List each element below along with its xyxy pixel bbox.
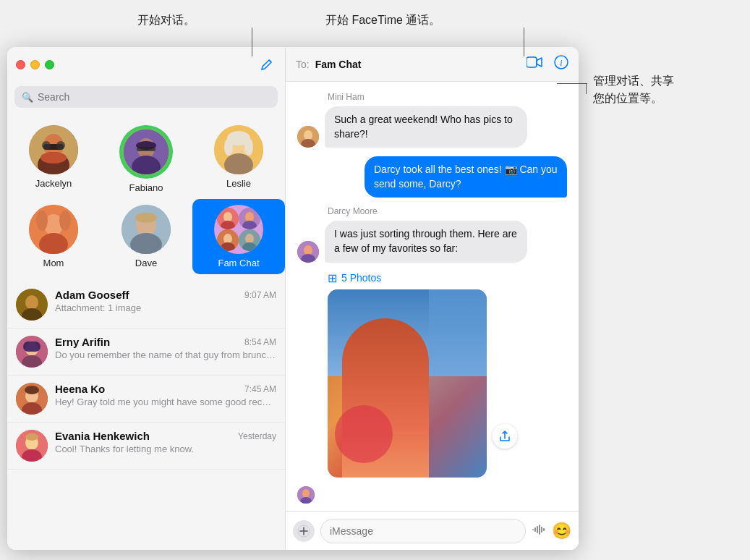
svg-rect-44 [23, 341, 41, 352]
mom-avatar-img [29, 205, 78, 254]
traffic-lights [16, 60, 54, 69]
contact-pin-dave[interactable]: Dave [100, 199, 192, 274]
apps-icon [297, 525, 310, 538]
conversation-list: Adam Gooseff 9:07 AM Attachment: 1 image [7, 281, 285, 550]
conv-name-adam: Adam Gooseff [55, 289, 129, 301]
facetime-button[interactable] [527, 56, 542, 72]
chat-header-name: Fam Chat [315, 59, 521, 70]
leslie-avatar-img [214, 125, 263, 174]
search-bar[interactable]: 🔍 [14, 86, 278, 108]
message-input[interactable] [320, 519, 526, 543]
evania-avatar-img [16, 430, 48, 462]
svg-point-31 [245, 212, 254, 222]
contact-label-fabiano: Fabiano [129, 182, 163, 193]
messages-area: Mini Ham Such a great weekend! Who has p… [286, 82, 579, 511]
conv-header-heena: Heena Ko 7:45 AM [55, 383, 276, 395]
minimize-button[interactable] [30, 60, 40, 69]
conv-time-evania: Yesterday [238, 431, 276, 441]
svg-point-4 [42, 141, 51, 150]
svg-point-58 [304, 130, 312, 140]
svg-rect-11 [137, 147, 155, 151]
msg-avatar-darcy [297, 241, 319, 263]
fabiano-online-ring [119, 125, 173, 179]
conversation-item-adam[interactable]: Adam Gooseff 9:07 AM Attachment: 1 image [7, 281, 285, 328]
chat-header: To: Fam Chat i [286, 47, 579, 82]
svg-text:i: i [560, 58, 562, 68]
darcy-small-avatar-img [297, 486, 315, 504]
bubble-darcy: I was just sorting through them. Here ar… [325, 221, 527, 262]
conv-name-erny: Erny Arifin [55, 336, 110, 348]
svg-point-22 [59, 211, 71, 231]
svg-rect-72 [543, 528, 545, 531]
svg-point-64 [302, 489, 310, 498]
chat-header-icons: i [527, 55, 568, 73]
contact-pin-mom[interactable]: Mom [7, 199, 100, 274]
msg-group-photos: ⊞ 5 Photos [297, 271, 567, 504]
conv-time-adam: 9:07 AM [244, 290, 276, 300]
conv-preview-adam: Attachment: 1 image [55, 302, 276, 313]
conversation-item-erny[interactable]: Erny Arifin 8:54 AM Do you remember the … [7, 328, 285, 376]
contact-label-mom: Mom [43, 258, 64, 268]
conv-details-evania: Evania Henkewich Yesterday Cool! Thanks … [55, 430, 276, 454]
annotation-manage: 管理对话、共享您的位置等。 [593, 72, 674, 107]
darcy-avatar-img [297, 241, 319, 263]
famchat-mini-3 [217, 229, 239, 251]
conv-header-evania: Evania Henkewich Yesterday [55, 430, 276, 442]
photo-share-button[interactable] [493, 424, 517, 449]
annotation-start-conversation: 开始对话。 [137, 13, 195, 28]
compose-button[interactable] [257, 55, 276, 74]
emoji-button[interactable]: 😊 [552, 522, 571, 540]
avatar-mom [29, 205, 78, 254]
app-window: 🔍 Jackelyn [7, 47, 579, 550]
close-button[interactable] [16, 60, 25, 69]
contact-pin-famchat[interactable]: Fam Chat [192, 199, 285, 274]
photo-msg-row [297, 486, 567, 504]
avatar-leslie [214, 125, 263, 174]
chat-to-label: To: [296, 59, 310, 70]
photo-grid[interactable] [328, 289, 487, 478]
conversation-item-evania[interactable]: Evania Henkewich Yesterday Cool! Thanks … [7, 423, 285, 470]
pinned-contacts-grid: Jackelyn Fabiano [7, 115, 285, 281]
annotation-facetime: 开始 FaceTime 通话。 [325, 13, 440, 28]
svg-point-26 [135, 213, 157, 223]
heena-avatar-img [16, 383, 48, 415]
conv-details-erny: Erny Arifin 8:54 AM Do you remember the … [55, 336, 276, 360]
photo-fabric [335, 405, 393, 463]
conv-avatar-adam [16, 289, 48, 321]
conv-preview-heena: Hey! Gray told me you might have some go… [55, 396, 276, 407]
msg-row-miniham: Such a great weekend! Who has pics to sh… [297, 106, 567, 148]
svg-point-17 [244, 138, 253, 156]
famchat-mini-1 [217, 208, 239, 229]
avatar-jackelyn [29, 125, 78, 174]
conv-avatar-heena [16, 383, 48, 415]
photo-wrapper [328, 289, 487, 478]
conv-avatar-erny [16, 336, 48, 368]
apps-button[interactable] [293, 520, 315, 542]
audio-button[interactable] [532, 522, 546, 540]
maximize-button[interactable] [45, 60, 54, 69]
svg-point-49 [25, 386, 39, 394]
conversation-item-heena[interactable]: Heena Ko 7:45 AM Hey! Gray told me you m… [7, 376, 285, 423]
audio-waveform-icon [532, 522, 546, 537]
jackelyn-avatar-img [29, 125, 78, 174]
svg-point-53 [25, 433, 38, 441]
svg-rect-71 [541, 527, 542, 533]
conv-details-adam: Adam Gooseff 9:07 AM Attachment: 1 image [55, 289, 276, 313]
msg-avatar-miniham [297, 126, 319, 148]
photos-label[interactable]: ⊞ 5 Photos [328, 271, 567, 285]
search-input[interactable] [38, 91, 270, 103]
bubble-me: Darcy took all the best ones! 📷 Can you … [365, 156, 567, 198]
conv-name-heena: Heena Ko [55, 383, 105, 395]
miniham-avatar-img [297, 126, 319, 148]
annotation-line-3 [586, 83, 587, 94]
svg-rect-69 [537, 526, 538, 533]
msg-row-me: Darcy took all the best ones! 📷 Can you … [297, 156, 567, 198]
contact-label-dave: Dave [135, 258, 157, 268]
contact-pin-fabiano[interactable]: Fabiano [100, 119, 192, 199]
photos-count-label: 5 Photos [341, 272, 381, 284]
adam-avatar-img [16, 289, 48, 321]
conv-details-heena: Heena Ko 7:45 AM Hey! Gray told me you m… [55, 383, 276, 407]
info-button[interactable]: i [554, 55, 568, 73]
contact-pin-leslie[interactable]: Leslie [192, 119, 285, 199]
contact-pin-jackelyn[interactable]: Jackelyn [7, 119, 100, 199]
